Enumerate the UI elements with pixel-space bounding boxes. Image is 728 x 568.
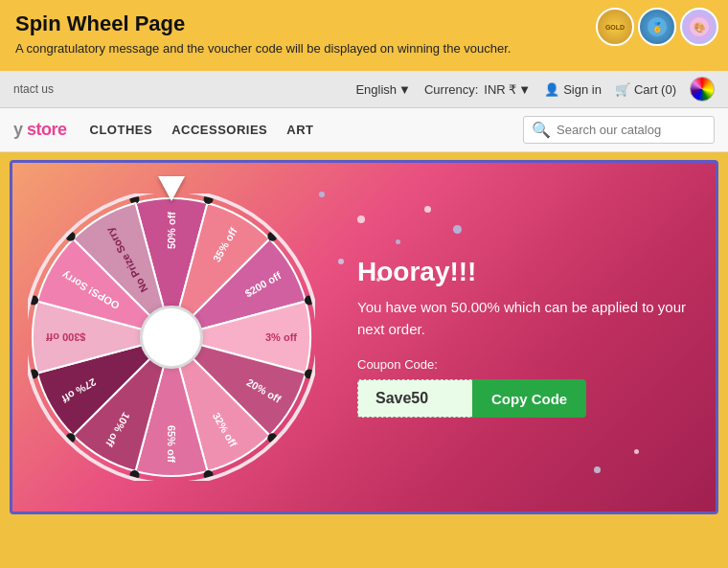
coupon-row: Save50 Copy Code [357, 379, 693, 418]
page-header: GOLD 🏅 🎨 Spin Wheel Page A congratulator… [0, 0, 728, 71]
wheel-center [143, 308, 200, 366]
logo-prefix: y [13, 120, 27, 139]
badge-gold: GOLD [596, 8, 634, 46]
confetti-dot [357, 216, 365, 223]
language-arrow: ▼ [398, 82, 411, 97]
coupon-label: Coupon Code: [357, 357, 693, 372]
cart-label: Cart (0) [634, 82, 676, 97]
currency-prefix: Currency: [424, 82, 478, 97]
wheel-section: Hooray!!! You have won 50.00% which can … [10, 160, 718, 514]
nav-links: CLOTHES ACCESSORIES ART [90, 123, 314, 137]
store-logo: y store [13, 120, 67, 140]
svg-text:🎨: 🎨 [694, 21, 706, 34]
search-bar[interactable]: 🔍 [523, 116, 715, 144]
cart-icon: 🛒 [615, 82, 630, 97]
badge-blue: 🏅 [638, 8, 676, 46]
language-label: English [355, 82, 397, 97]
currency-arrow: ▼ [518, 82, 531, 97]
logo-store: store [27, 120, 67, 139]
badge-rainbow: 🎨 [680, 8, 718, 46]
win-content: Hooray!!! You have won 50.00% which can … [334, 238, 716, 437]
confetti-dot [634, 449, 639, 454]
color-circle-icon [690, 77, 715, 102]
badge-group: GOLD 🏅 🎨 [596, 8, 718, 46]
page-subtitle: A congratulatory message and the voucher… [15, 40, 552, 57]
confetti-dot [594, 466, 601, 473]
copy-code-button[interactable]: Copy Code [472, 379, 586, 418]
main-nav: y store CLOTHES ACCESSORIES ART 🔍 [0, 108, 728, 152]
confetti-dot [319, 192, 325, 197]
search-input[interactable] [557, 123, 706, 137]
cart-link[interactable]: 🛒 Cart (0) [615, 82, 676, 97]
nav-accessories[interactable]: ACCESSORIES [171, 123, 267, 137]
svg-text:🏅: 🏅 [651, 21, 664, 34]
confetti-dot [424, 206, 431, 213]
currency-value: INR ₹ [484, 82, 516, 97]
user-icon: 👤 [544, 82, 559, 97]
signin-link[interactable]: 👤 Sign in [544, 82, 602, 97]
topbar: ntact us English ▼ Currency: INR ₹ ▼ 👤 S… [0, 71, 728, 108]
search-icon: 🔍 [532, 121, 551, 139]
coupon-code-box: Save50 [357, 379, 472, 418]
signin-label: Sign in [563, 82, 602, 97]
currency-selector[interactable]: Currency: INR ₹ ▼ [424, 82, 531, 97]
contact-link[interactable]: ntact us [13, 82, 54, 96]
win-description: You have won 50.00% which can be applied… [357, 297, 693, 340]
confetti-dot [453, 225, 462, 234]
language-selector[interactable]: English ▼ [355, 82, 411, 97]
spin-wheel [28, 193, 315, 481]
nav-art[interactable]: ART [286, 123, 313, 137]
win-title: Hooray!!! [357, 257, 693, 287]
nav-clothes[interactable]: CLOTHES [90, 123, 153, 137]
wheel-pointer [158, 176, 185, 201]
